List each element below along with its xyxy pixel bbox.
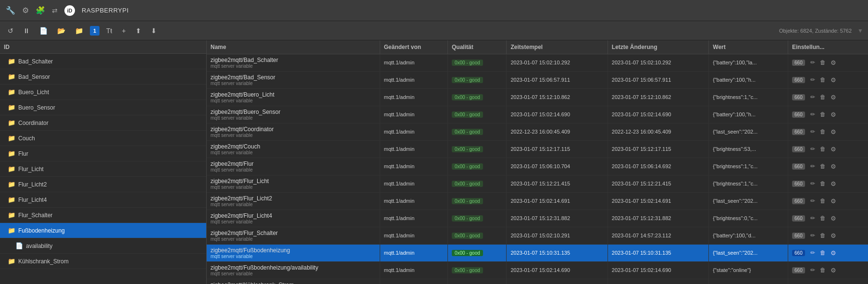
tree-row[interactable]: 📁Buero_Sensor [0,100,206,115]
table-body: zigbee2mqtt/Bad_Schaltermqtt server vari… [207,54,868,284]
cell-timestamp: 2023-01-07 15:10:31.135 [507,244,608,261]
table-row[interactable]: zigbee2mqtt/Buero_Lichtmqtt server varia… [207,88,868,106]
table-row[interactable]: zigbee2mqtt/Flur_Lichtmqtt server variab… [207,175,868,192]
edit-button[interactable]: ✏ [809,93,817,101]
tree-row[interactable]: 📁Buero_Licht [0,85,206,100]
tree-row[interactable]: 📁Fußbodenheizung [0,223,206,238]
edit-button[interactable]: ✏ [809,58,817,67]
col-timestamp: Zeitstempel [507,40,608,54]
delete-button[interactable]: 🗑 [818,127,827,136]
edit-button[interactable]: ✏ [809,231,817,240]
add-button[interactable]: + [119,25,128,37]
settings-button[interactable]: ⚙ [829,110,838,119]
settings-button[interactable]: ⚙ [829,127,838,136]
table-row[interactable]: zigbee2mqtt/Bad_Schaltermqtt server vari… [207,54,868,71]
text-format-button[interactable]: Tŧ [103,25,115,37]
gear-icon[interactable]: ⚙ [22,6,29,15]
settings-button[interactable]: ⚙ [829,179,838,188]
cell-timestamp: 2023-01-07 15:02:14.691 [507,192,608,210]
delete-button[interactable]: 🗑 [818,197,827,205]
tree-row[interactable]: 📄availability [0,238,206,254]
cell-value: {"battery":100,"h... [709,71,788,88]
folder-color-button[interactable]: 📁 [72,25,86,37]
delete-button[interactable]: 🗑 [818,145,827,153]
cell-actions: 660 ✏ 🗑 ⚙ [788,227,868,244]
table-row[interactable]: zigbee2mqtt/Kühlschrank_Strommqtt server… [207,279,868,284]
settings-button[interactable]: ⚙ [829,248,838,258]
tree-row[interactable]: 📁Coordinator [0,115,206,131]
delete-button[interactable]: 🗑 [818,110,827,119]
tree-row[interactable]: 📁Bad_Schalter [0,54,206,69]
cell-actions: 660 ✏ 🗑 ⚙ [788,192,868,210]
tree-row[interactable]: 📁Couch [0,131,206,146]
tree-row[interactable]: 📁Flur_Licht4 [0,192,206,208]
table-row[interactable]: zigbee2mqtt/Bad_Sensormqtt server variab… [207,71,868,88]
table-row[interactable]: zigbee2mqtt/Buero_Sensormqtt server vari… [207,106,868,123]
counter-button[interactable]: 1 [90,26,99,36]
table-row[interactable]: zigbee2mqtt/Flur_Licht4mqtt server varia… [207,210,868,227]
tree-row[interactable]: 📁Flur [0,146,206,161]
delete-button[interactable]: 🗑 [818,58,827,67]
expand-icon[interactable]: ▼ [857,27,863,34]
cell-actions: 660 ✏ 🗑 ⚙ [788,279,868,284]
edit-button[interactable]: ✏ [809,214,817,222]
edit-button[interactable]: ✏ [809,162,817,171]
cell-value: {"brightness":1,"c... [709,158,788,175]
cell-quality: 0x00 - good [447,140,506,158]
download-button[interactable]: ⬇ [148,25,160,37]
arrows-icon[interactable]: ⇄ [52,7,58,14]
edit-button[interactable]: ✏ [809,75,817,84]
tree-row[interactable]: 📁Flur_Licht [0,161,206,177]
tree-row[interactable]: 📁Kühlschrank_Strom [0,254,206,269]
edit-button[interactable]: ✏ [809,197,817,205]
delete-button[interactable]: 🗑 [818,214,827,222]
delete-button[interactable]: 🗑 [818,179,827,188]
tree-row-label: Fußbodenheizung [18,227,65,234]
edit-button[interactable]: ✏ [809,127,817,136]
edit-button[interactable]: ✏ [809,145,817,153]
settings-button[interactable]: ⚙ [829,231,838,240]
table-row[interactable]: zigbee2mqtt/Flur_Licht2mqtt server varia… [207,192,868,210]
tree-row[interactable]: 📁Flur_Licht2 [0,177,206,192]
data-table: Name Geändert von Qualität Zeitstempel L… [207,40,868,284]
tree-row-label: Bad_Schalter [18,58,53,65]
settings-button[interactable]: ⚙ [829,266,838,275]
delete-button[interactable]: 🗑 [818,248,827,257]
file-button[interactable]: 📄 [37,25,50,37]
edit-button[interactable]: ✏ [809,266,817,274]
folder-open-button[interactable]: 📂 [54,25,68,37]
refresh-button[interactable]: ↺ [5,25,16,37]
delete-button[interactable]: 🗑 [818,231,827,240]
cell-quality: 0x00 - good [447,244,506,261]
puzzle-icon[interactable]: 🧩 [36,6,45,15]
tree-row[interactable]: 📁Flur_Schalter [0,208,206,223]
delete-button[interactable]: 🗑 [818,266,827,274]
tree-row[interactable]: 📁Bad_Sensor [0,69,206,85]
table-row[interactable]: zigbee2mqtt/Fußbodenheizung/availability… [207,261,868,279]
edit-button[interactable]: ✏ [809,110,817,119]
settings-button[interactable]: ⚙ [829,58,838,67]
cell-last-change: 2023-01-07 14:57:23.112 [608,227,708,244]
settings-button[interactable]: ⚙ [829,93,838,102]
wrench-icon[interactable]: 🔧 [6,6,15,15]
delete-button[interactable]: 🗑 [818,162,827,171]
count-badge: 660 [792,163,805,170]
settings-button[interactable]: ⚙ [829,145,838,154]
table-row[interactable]: zigbee2mqtt/Flurmqtt server variablemqtt… [207,158,868,175]
upload-button[interactable]: ⬆ [133,25,144,37]
table-row[interactable]: zigbee2mqtt/Fußbodenheizungmqtt server v… [207,244,868,261]
pause-button[interactable]: ⏸ [20,25,33,37]
delete-button[interactable]: 🗑 [818,93,827,101]
table-row[interactable]: zigbee2mqtt/Couchmqtt server variablemqt… [207,140,868,158]
delete-button[interactable]: 🗑 [818,75,827,84]
settings-button[interactable]: ⚙ [829,162,838,171]
settings-button[interactable]: ⚙ [829,197,838,206]
cell-timestamp: 2022-12-23 16:00:45.409 [507,123,608,140]
settings-button[interactable]: ⚙ [829,75,838,85]
edit-button[interactable]: ✏ [809,179,817,188]
table-row[interactable]: zigbee2mqtt/Coordinatormqtt server varia… [207,123,868,140]
edit-button[interactable]: ✏ [809,248,817,257]
cell-actions: 660 ✏ 🗑 ⚙ [788,210,868,227]
table-row[interactable]: zigbee2mqtt/Flur_Schaltermqtt server var… [207,227,868,244]
settings-button[interactable]: ⚙ [829,214,838,223]
